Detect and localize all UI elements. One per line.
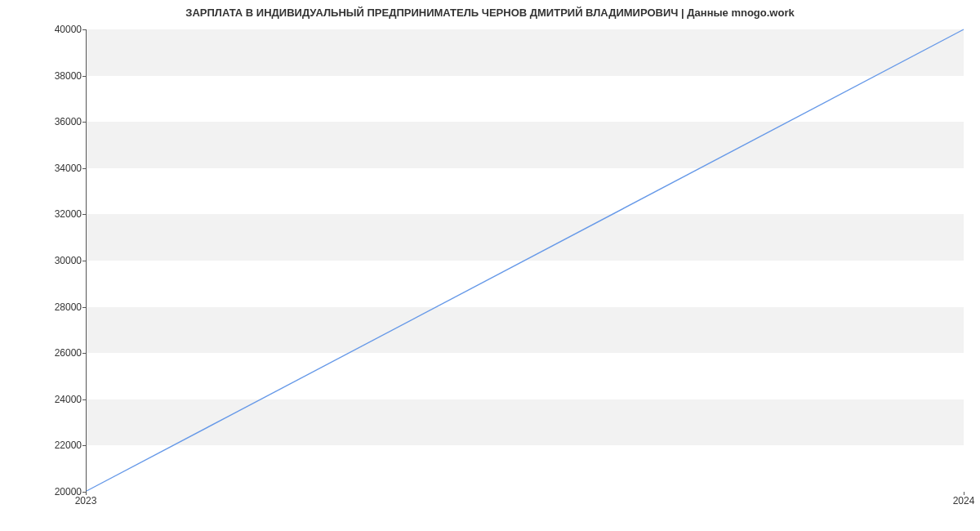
chart-container: ЗАРПЛАТА В ИНДИВИДУАЛЬНЫЙ ПРЕДПРИНИМАТЕЛ… [0, 0, 980, 531]
x-tick-mark [86, 492, 87, 495]
y-tick-mark [82, 168, 86, 169]
line-series [87, 29, 964, 491]
y-tick-label: 32000 [55, 208, 82, 220]
chart-title: ЗАРПЛАТА В ИНДИВИДУАЛЬНЫЙ ПРЕДПРИНИМАТЕЛ… [0, 7, 980, 19]
y-tick-mark [82, 261, 86, 261]
y-tick-label: 30000 [55, 255, 82, 266]
y-tick-label: 26000 [55, 347, 82, 359]
x-tick-label: 2024 [953, 495, 975, 506]
y-tick-mark [82, 122, 86, 123]
x-tick-mark [964, 492, 964, 495]
y-tick-label: 38000 [55, 70, 82, 82]
y-tick-label: 40000 [55, 24, 82, 35]
y-tick-mark [82, 445, 86, 446]
x-tick-label: 2023 [75, 495, 97, 506]
y-tick-label: 22000 [55, 440, 82, 451]
svg-line-0 [87, 29, 964, 491]
plot-area [86, 29, 964, 492]
y-tick-label: 28000 [55, 301, 82, 313]
y-tick-mark [82, 29, 86, 30]
y-tick-mark [82, 76, 86, 77]
y-tick-mark [82, 399, 86, 400]
y-tick-label: 24000 [55, 394, 82, 405]
y-tick-label: 36000 [55, 116, 82, 127]
y-tick-label: 34000 [55, 163, 82, 174]
y-tick-mark [82, 353, 86, 354]
y-tick-mark [82, 307, 86, 308]
y-tick-mark [82, 214, 86, 215]
